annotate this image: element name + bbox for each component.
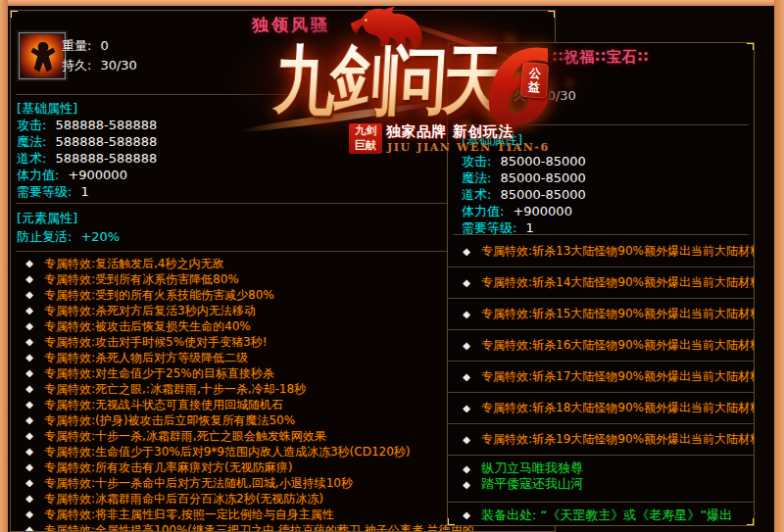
weight-label: 重量:	[501, 71, 530, 85]
stat-row: 道术:85000-85000	[462, 186, 586, 203]
corner-accent	[10, 10, 18, 18]
diamond-bullet-icon: ◆	[23, 459, 36, 475]
diamond-bullet-icon: ◆	[23, 507, 36, 522]
durability-row: 持久:30/30	[62, 57, 137, 74]
diamond-bullet-icon: ◆	[23, 318, 36, 334]
weight-row: 重量:0	[501, 70, 548, 87]
stat-row: 魔法:588888-588888	[17, 133, 157, 150]
stat-value: 588888-588888	[55, 134, 157, 149]
base-stats: 攻击:85000-85000 魔法:85000-85000 道术:85000-8…	[462, 153, 586, 236]
effect-text: 专属特效:杀死对方后复活3秒内无法移动	[44, 303, 256, 318]
stat-row: 道术:588888-588888	[17, 150, 157, 167]
stat-value: 85000-85000	[500, 154, 585, 169]
effect-text: 专属特效:斩杀18大陆怪物90%额外爆出当前大陆材料.	[481, 400, 755, 416]
effect-text: 专属特效:斩杀15大陆怪物90%额外爆出当前大陆材料.	[481, 306, 755, 322]
effect-text: 专属特效:受到所有冰系伤害降低80%	[44, 271, 239, 287]
durability-value: 30/30	[100, 58, 136, 73]
weight-value: 0	[539, 71, 547, 85]
diamond-bullet-icon: ◆	[23, 350, 36, 365]
stat-value: 85000-85000	[500, 170, 585, 185]
diamond-bullet-icon: ◆	[460, 434, 473, 445]
item-name-left: 独领风骚	[252, 14, 330, 36]
slogan-line: ◆踏平倭寇还我山河	[448, 476, 754, 492]
game-screen: 独领风骚 重量:0 持久:30/30 [基础属性] 攻击:588888-5888…	[0, 0, 784, 532]
stat-value: 1	[80, 184, 88, 199]
diamond-bullet-icon: ◆	[460, 371, 473, 382]
item-icon	[19, 32, 66, 79]
diamond-bullet-icon: ◆	[23, 256, 36, 271]
diamond-bullet-icon: ◆	[460, 479, 473, 490]
diamond-bullet-icon: ◆	[23, 428, 36, 444]
effect-text: 专属特效:杀死人物后对方等级降低二级	[44, 350, 248, 365]
diamond-bullet-icon: ◆	[460, 277, 473, 288]
diamond-bullet-icon: ◆	[23, 365, 36, 381]
stat-label: 魔法:	[462, 170, 491, 185]
corner-accent	[447, 42, 455, 50]
stat-label: 魔法:	[17, 134, 46, 149]
effect-text: 专属特效:斩杀14大陆怪物90%额外爆出当前大陆材料.	[481, 274, 755, 291]
stat-row: 体力值:+900000	[462, 203, 586, 219]
diamond-bullet-icon: ◆	[23, 303, 36, 318]
diamond-bullet-icon: ◆	[23, 287, 36, 303]
diamond-bullet-icon: ◆	[23, 444, 36, 459]
stat-label: 攻击:	[462, 154, 491, 169]
stat-row: 攻击:588888-588888	[17, 117, 157, 133]
drop-source-row: ◆装备出处: “《天罡教主》或《老寿星》”爆出	[448, 503, 754, 526]
diamond-bullet-icon: ◆	[460, 463, 473, 474]
diamond-bullet-icon: ◆	[23, 381, 36, 397]
effect-text: 专属特效:斩杀16大陆怪物90%额外爆出当前大陆材料.	[481, 337, 755, 354]
stat-row: 魔法:85000-85000	[462, 169, 586, 186]
effect-text: 专属特效:生命值少于30%后对9*9范围内敌人造成冰冻3秒(CD120秒)	[44, 444, 411, 459]
diamond-bullet-icon: ◆	[460, 246, 473, 257]
durability-label: 持久:	[62, 58, 91, 73]
element-stats: 防止复活:+20%	[17, 228, 120, 245]
durability-label: 持久:	[501, 88, 530, 103]
stat-value: 1	[525, 220, 533, 235]
durability-row: 持久:30/30	[501, 87, 576, 105]
stat-row: 需要等级:1	[17, 183, 157, 200]
stat-row: 防止复活:+20%	[17, 228, 120, 245]
diamond-bullet-icon: ◆	[23, 271, 36, 287]
element-section-label: [元素属性]	[17, 210, 77, 227]
effect-text: 专属特效:十步一杀,冰霜群雨,死亡之眼会触发蛛网效果	[44, 428, 326, 444]
stat-label: 需要等级:	[17, 184, 72, 199]
effect-text: 专属特效:被攻击后恢复损失生命的40%	[44, 318, 251, 334]
diamond-bullet-icon: ◆	[23, 334, 36, 350]
diamond-bullet-icon: ◆	[460, 403, 473, 413]
effect-text: 专属特效:斩杀13大陆怪物90%额外爆出当前大陆材料.	[481, 243, 755, 260]
stat-label: 需要等级:	[462, 220, 516, 235]
item-tooltip-right: ∷祝福∷宝石∷ 重量:0 持久:30/30 [基础属性] 攻击:85000-85…	[447, 42, 755, 526]
stat-label: 防止复活:	[17, 229, 72, 244]
corner-accent	[747, 42, 755, 50]
effect-text: 专属特效:死亡之眼,:冰霜群雨,十步一杀,冷却-18秒	[44, 381, 306, 397]
item-name-right: ∷祝福∷宝石∷	[448, 48, 754, 67]
effect-line: ◆专属特效:斩杀16大陆怪物90%额外爆出当前大陆材料.	[448, 330, 754, 362]
stat-label: 道术:	[17, 151, 46, 166]
stat-value: +900000	[513, 204, 572, 218]
warrior-silhouette-icon	[20, 33, 67, 80]
corner-accent	[447, 518, 455, 526]
effect-text: 专属特效:复活触发后,4秒之内无敌	[44, 256, 224, 271]
diamond-bullet-icon: ◆	[460, 309, 473, 319]
diamond-bullet-icon: ◆	[23, 412, 36, 428]
divider	[453, 124, 749, 125]
stat-value: +20%	[80, 229, 120, 244]
effect-line: ◆专属特效:斩杀18大陆怪物90%额外爆出当前大陆材料.	[448, 393, 754, 424]
durability-value: 30/30	[539, 88, 575, 103]
window-frame-top	[0, 0, 784, 6]
effect-text: 专属特效:(护身)被攻击后立即恢复所有魔法50%	[44, 412, 295, 428]
effect-text: 专属特效:受到的所有火系技能伤害减少80%	[44, 287, 274, 303]
stat-row: 攻击:85000-85000	[462, 153, 586, 169]
diamond-bullet-icon: ◆	[460, 509, 473, 520]
window-frame-right	[774, 0, 784, 532]
effect-text: 专属特效:十步一杀命中后对方无法随机,回城,小退持续10秒	[44, 475, 353, 491]
diamond-bullet-icon: ◆	[23, 397, 36, 412]
weight-label: 重量:	[62, 38, 91, 53]
diamond-bullet-icon: ◆	[23, 522, 36, 532]
effect-line: ◆专属特效:斩杀13大陆怪物90%额外爆出当前大陆材料.	[448, 236, 754, 267]
stat-value: +900000	[68, 168, 127, 182]
slogan-list: ◆纵刀立马唯我独尊 ◆踏平倭寇还我山河	[448, 456, 754, 503]
effect-line: ◆专属特效:斩杀15大陆怪物90%额外爆出当前大陆材料.	[448, 299, 754, 330]
diamond-bullet-icon: ◆	[23, 491, 36, 507]
stat-row: 体力值:+900000	[17, 167, 157, 183]
